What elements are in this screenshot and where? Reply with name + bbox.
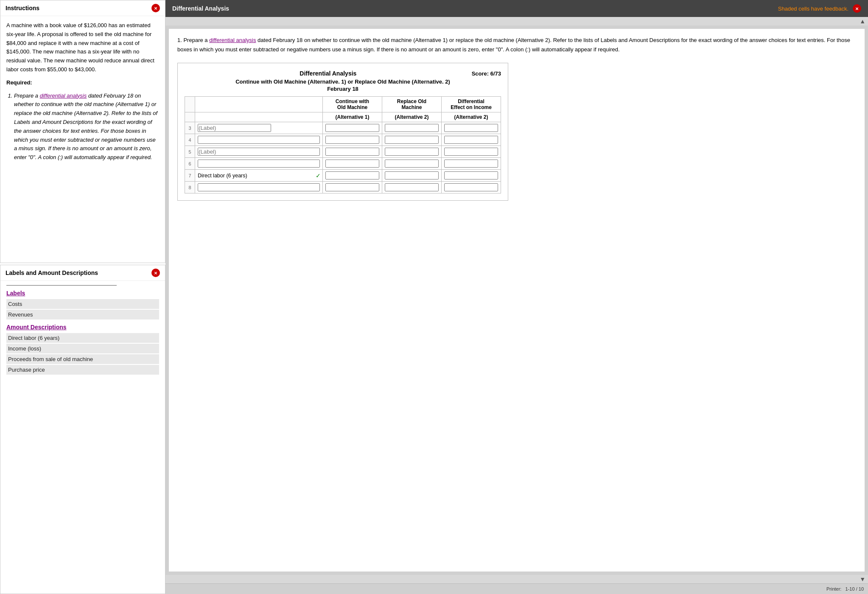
row5-col3-input[interactable] bbox=[444, 148, 498, 156]
row8-col1-input[interactable] bbox=[325, 183, 379, 191]
row5-col2-input[interactable] bbox=[385, 148, 439, 156]
page-info: 1-10 / 10 bbox=[846, 586, 864, 591]
row3-col3[interactable] bbox=[442, 122, 501, 134]
bottom-bar: Printer: 1-10 / 10 bbox=[165, 583, 868, 594]
labels-body: Labels Costs Revenues Amount Description… bbox=[0, 281, 165, 592]
table-header-row-2: (Alternative 1) (Alternative 2) (Alterna… bbox=[185, 112, 501, 122]
labels-close-button[interactable]: × bbox=[151, 269, 160, 277]
row6-label-input[interactable] bbox=[198, 160, 320, 168]
amount-descriptions-link[interactable]: Amount Descriptions bbox=[6, 324, 159, 331]
row7-label-cell: Direct labor (6 years) ✓ bbox=[195, 170, 323, 182]
differential-analysis-link-left[interactable]: differential analysis bbox=[40, 92, 87, 99]
diff-header-title: Differential Analysis bbox=[172, 5, 229, 12]
table-title: Differential Analysis bbox=[185, 70, 472, 77]
row4-col3-input[interactable] bbox=[444, 136, 498, 144]
row7-checkmark: ✓ bbox=[316, 172, 321, 179]
row4-col2-input[interactable] bbox=[385, 136, 439, 144]
row3-col2[interactable] bbox=[382, 122, 442, 134]
header-col2-line1: Replace Old bbox=[397, 98, 426, 104]
differential-analysis-table-container: Differential Analysis Score: 6/73 Contin… bbox=[177, 63, 508, 201]
right-instr-part1: 1. Prepare a bbox=[177, 37, 209, 43]
left-panel: Instructions × A machine with a book val… bbox=[0, 0, 165, 594]
header-col3-line2: Effect on Income bbox=[451, 104, 492, 110]
shaded-feedback-text: Shaded cells have feedback. bbox=[778, 6, 848, 12]
row8-col2[interactable] bbox=[382, 182, 442, 193]
row6-col3[interactable] bbox=[442, 158, 501, 170]
scroll-up-arrow[interactable]: ▲ bbox=[860, 18, 865, 25]
diff-header-close-button[interactable]: × bbox=[853, 4, 861, 13]
row4-col2[interactable] bbox=[382, 134, 442, 146]
row8-col2-input[interactable] bbox=[385, 183, 439, 191]
row3-label-input[interactable] bbox=[198, 124, 271, 132]
row7-col2[interactable] bbox=[382, 170, 442, 182]
differential-analysis-table: Continue with Old Machine Replace Old Ma… bbox=[185, 96, 501, 193]
instructions-title: Instructions bbox=[6, 5, 39, 11]
header-col3: Differential Effect on Income bbox=[442, 97, 501, 112]
row7-col3[interactable] bbox=[442, 170, 501, 182]
instructions-para1: A machine with a book value of $126,000 … bbox=[6, 21, 159, 74]
amount-item-income-loss: Income (loss) bbox=[6, 344, 159, 353]
row8-col1[interactable] bbox=[323, 182, 382, 193]
amount-item-purchase-price: Purchase price bbox=[6, 365, 159, 375]
right-diff-analysis-link[interactable]: differential analysis bbox=[209, 37, 256, 43]
table-row: 7 Direct labor (6 years) ✓ bbox=[185, 170, 501, 182]
header-col1-line1: Continue with bbox=[336, 98, 369, 104]
row8-col3-input[interactable] bbox=[444, 183, 498, 191]
list-item-text-after: dated February 18 on whether to continue… bbox=[14, 92, 157, 161]
row7-label-text: Direct labor (6 years) bbox=[198, 173, 247, 179]
table-row: 3 bbox=[185, 122, 501, 134]
scroll-down-arrow[interactable]: ▼ bbox=[860, 576, 865, 583]
row4-label-input[interactable] bbox=[198, 136, 320, 144]
labels-heading-link[interactable]: Labels bbox=[6, 290, 159, 297]
row6-col1[interactable] bbox=[323, 158, 382, 170]
row4-col3[interactable] bbox=[442, 134, 501, 146]
row5-label-cell[interactable] bbox=[195, 146, 323, 158]
row5-col3[interactable] bbox=[442, 146, 501, 158]
row5-col2[interactable] bbox=[382, 146, 442, 158]
row6-col2[interactable] bbox=[382, 158, 442, 170]
table-header-row-1: Continue with Old Machine Replace Old Ma… bbox=[185, 97, 501, 112]
row7-col3-input[interactable] bbox=[444, 171, 498, 179]
row8-label-input[interactable] bbox=[198, 183, 320, 191]
labels-title: Labels and Amount Descriptions bbox=[6, 269, 98, 276]
row7-col1-input[interactable] bbox=[325, 171, 379, 179]
row7-num: 7 bbox=[185, 170, 195, 182]
row3-col3-input[interactable] bbox=[444, 124, 498, 132]
row6-col1-input[interactable] bbox=[325, 160, 379, 168]
row3-col1[interactable] bbox=[323, 122, 382, 134]
row4-label-cell[interactable] bbox=[195, 134, 323, 146]
instructions-header: Instructions × bbox=[0, 0, 165, 16]
label-item-revenues: Revenues bbox=[6, 310, 159, 319]
table-date: February 18 bbox=[185, 86, 501, 92]
row5-col1-input[interactable] bbox=[325, 148, 379, 156]
table-title-row: Differential Analysis Score: 6/73 bbox=[185, 70, 501, 77]
row7-col2-input[interactable] bbox=[385, 171, 439, 179]
row7-col1[interactable] bbox=[323, 170, 382, 182]
header-row-num-empty bbox=[185, 97, 195, 112]
row3-col2-input[interactable] bbox=[385, 124, 439, 132]
row3-col1-input[interactable] bbox=[325, 124, 379, 132]
row8-label-cell[interactable] bbox=[195, 182, 323, 193]
row6-col3-input[interactable] bbox=[444, 160, 498, 168]
printer-label: Printer: bbox=[826, 586, 841, 591]
table-row: 5 bbox=[185, 146, 501, 158]
row5-col1[interactable] bbox=[323, 146, 382, 158]
row8-col3[interactable] bbox=[442, 182, 501, 193]
diff-header-right: Shaded cells have feedback. × bbox=[778, 4, 861, 13]
header-col1: Continue with Old Machine bbox=[323, 97, 382, 112]
instructions-close-button[interactable]: × bbox=[151, 4, 160, 12]
header-col1-line2: Old Machine bbox=[337, 104, 367, 110]
table-subtitle: Continue with Old Machine (Alternative. … bbox=[185, 78, 501, 85]
row3-label-cell[interactable] bbox=[195, 122, 323, 134]
table-row: 8 bbox=[185, 182, 501, 193]
row6-label-cell[interactable] bbox=[195, 158, 323, 170]
instructions-list-item-1: Prepare a differential analysis dated Fe… bbox=[14, 92, 159, 162]
amount-item-proceeds: Proceeds from sale of old machine bbox=[6, 354, 159, 364]
row4-col1[interactable] bbox=[323, 134, 382, 146]
row5-label-input[interactable] bbox=[198, 148, 320, 156]
right-instr-part2: dated February 18 on whether to continue… bbox=[177, 37, 850, 53]
table-score: Score: 6/73 bbox=[472, 70, 501, 77]
row4-col1-input[interactable] bbox=[325, 136, 379, 144]
label-item-costs: Costs bbox=[6, 299, 159, 309]
row6-col2-input[interactable] bbox=[385, 160, 439, 168]
